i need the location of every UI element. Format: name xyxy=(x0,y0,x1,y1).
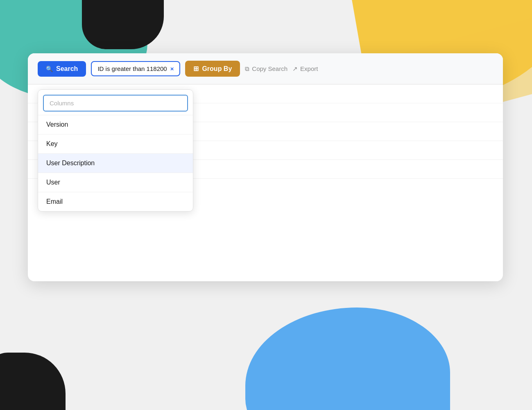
bg-black-top-shape xyxy=(82,0,164,49)
search-button-label: Search xyxy=(56,65,78,73)
bg-black-bottom-left-shape xyxy=(0,353,66,410)
layers-icon xyxy=(193,65,199,73)
search-icon xyxy=(46,65,53,73)
filter-tag[interactable]: ID is greater than 118200 × xyxy=(91,61,180,76)
export-button[interactable]: Export xyxy=(292,65,318,73)
columns-dropdown: VersionKeyUser DescriptionUserEmail xyxy=(38,89,193,212)
bg-blue-bottom-shape xyxy=(245,308,450,410)
dropdown-item[interactable]: User Description xyxy=(38,153,193,173)
search-button[interactable]: Search xyxy=(38,61,86,77)
dropdown-item[interactable]: User xyxy=(38,173,193,192)
filter-tag-text: ID is greater than 118200 xyxy=(97,65,167,72)
columns-search-input[interactable] xyxy=(43,95,188,112)
export-label: Export xyxy=(300,65,318,72)
table-area: VersionKeyUser DescriptionUserEmail 2 he… xyxy=(28,84,503,281)
dropdown-item[interactable]: Email xyxy=(38,192,193,211)
group-by-button[interactable]: Group By xyxy=(185,61,240,77)
main-card: Search ID is greater than 118200 × Group… xyxy=(28,53,503,281)
group-by-label: Group By xyxy=(202,65,232,73)
dropdown-items-list: VersionKeyUser DescriptionUserEmail xyxy=(38,115,193,211)
copy-search-label: Copy Search xyxy=(252,65,288,72)
copy-icon xyxy=(245,65,249,73)
copy-search-button[interactable]: Copy Search xyxy=(245,65,288,73)
filter-close-icon[interactable]: × xyxy=(170,65,174,72)
dropdown-item[interactable]: Version xyxy=(38,115,193,134)
toolbar: Search ID is greater than 118200 × Group… xyxy=(28,53,503,84)
dropdown-item[interactable]: Key xyxy=(38,134,193,153)
export-icon xyxy=(292,65,298,73)
dropdown-search-wrapper xyxy=(38,90,193,115)
